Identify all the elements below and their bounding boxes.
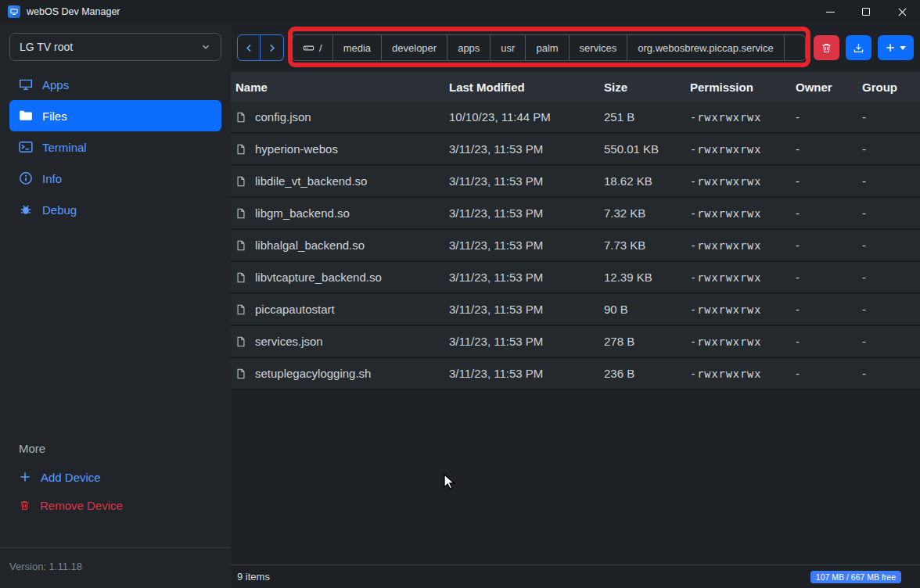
column-header-permission[interactable]: Permission — [690, 81, 796, 94]
breadcrumb-root[interactable]: / — [292, 34, 333, 61]
device-selector[interactable]: LG TV root — [9, 33, 221, 61]
breadcrumb-segment[interactable]: apps — [447, 34, 491, 61]
file-size: 18.62 KB — [604, 174, 690, 188]
file-owner: - — [796, 174, 862, 188]
file-name: services.json — [255, 335, 323, 348]
forward-button[interactable] — [261, 34, 284, 61]
apps-icon — [19, 77, 33, 91]
sidebar-item-debug[interactable]: Debug — [9, 194, 221, 225]
table-row[interactable]: services.json 3/11/23, 11:53 PM 278 B -r… — [231, 326, 920, 358]
window-title: webOS Dev Manager — [27, 6, 120, 17]
file-size: 278 B — [604, 335, 690, 348]
file-owner: - — [796, 367, 862, 380]
maximize-button[interactable] — [848, 0, 884, 23]
new-item-dropdown-button[interactable] — [878, 35, 914, 60]
add-device-button[interactable]: Add Device — [9, 463, 221, 491]
file-owner: - — [796, 335, 862, 348]
file-toolbar: / media developer apps usr palm services… — [231, 23, 920, 72]
breadcrumb-segment[interactable]: usr — [491, 34, 526, 61]
history-nav — [237, 34, 284, 61]
items-count: 9 items — [237, 571, 270, 583]
download-icon — [853, 42, 864, 54]
file-icon — [235, 271, 246, 284]
path-input[interactable] — [785, 34, 806, 61]
file-list: config.json 10/10/23, 11:44 PM 251 B -rw… — [231, 102, 920, 390]
breadcrumb-segment[interactable]: org.webosbrew.piccap.service — [627, 34, 784, 61]
delete-button[interactable] — [814, 35, 839, 60]
file-permission: -rwxrwxrwx — [690, 303, 796, 316]
column-header-modified[interactable]: Last Modified — [449, 81, 604, 94]
app-version: Version: 1.11.18 — [9, 561, 82, 572]
breadcrumb-segment[interactable]: services — [570, 34, 628, 61]
column-header-group[interactable]: Group — [862, 81, 920, 94]
sidebar-item-label: Apps — [42, 78, 69, 91]
table-row[interactable]: libhalgal_backend.so 3/11/23, 11:53 PM 7… — [231, 230, 920, 262]
breadcrumb-segment[interactable]: media — [333, 34, 382, 61]
main-panel: / media developer apps usr palm services… — [231, 23, 920, 588]
app-logo-icon — [8, 5, 20, 18]
close-button[interactable] — [884, 0, 920, 23]
file-modified: 3/11/23, 11:53 PM — [449, 367, 604, 380]
column-header-owner[interactable]: Owner — [796, 81, 862, 94]
file-name: libdile_vt_backend.so — [255, 174, 367, 188]
file-group: - — [862, 303, 920, 316]
add-device-label: Add Device — [41, 471, 101, 484]
table-row[interactable]: config.json 10/10/23, 11:44 PM 251 B -rw… — [231, 102, 920, 134]
sidebar: LG TV root Apps Files Terminal Info Debu… — [0, 23, 231, 588]
table-row[interactable]: hyperion-webos 3/11/23, 11:53 PM 550.01 … — [231, 134, 920, 166]
file-modified: 3/11/23, 11:53 PM — [449, 303, 604, 316]
file-size: 7.32 KB — [604, 206, 690, 220]
caret-down-icon — [900, 46, 906, 50]
sidebar-item-info[interactable]: Info — [9, 163, 221, 194]
file-group: - — [862, 206, 920, 220]
file-modified: 10/10/23, 11:44 PM — [449, 110, 604, 124]
file-owner: - — [796, 238, 862, 252]
breadcrumb-root-label: / — [319, 42, 322, 54]
folder-icon — [19, 109, 33, 123]
plus-icon — [885, 42, 896, 53]
file-icon — [235, 207, 246, 220]
info-icon — [19, 171, 33, 185]
back-button[interactable] — [237, 34, 261, 61]
sidebar-item-terminal[interactable]: Terminal — [9, 131, 221, 163]
file-owner: - — [796, 271, 862, 284]
file-group: - — [862, 271, 920, 284]
trash-icon — [821, 42, 832, 54]
file-modified: 3/11/23, 11:53 PM — [449, 271, 604, 284]
table-row[interactable]: setuplegacylogging.sh 3/11/23, 11:53 PM … — [231, 358, 920, 390]
file-actions — [814, 35, 914, 60]
file-permission: -rwxrwxrwx — [690, 335, 796, 348]
file-group: - — [862, 174, 920, 188]
maximize-icon — [862, 8, 870, 16]
sidebar-item-label: Debug — [42, 203, 77, 217]
breadcrumb-segment[interactable]: palm — [526, 34, 569, 61]
titlebar: webOS Dev Manager — [0, 0, 920, 23]
file-icon — [235, 303, 246, 316]
terminal-icon — [19, 140, 33, 154]
sidebar-item-files[interactable]: Files — [9, 100, 221, 131]
file-permission: -rwxrwxrwx — [690, 207, 796, 220]
file-name: libgm_backend.so — [255, 206, 350, 220]
remove-device-label: Remove Device — [40, 499, 123, 512]
file-owner: - — [796, 110, 862, 124]
sidebar-item-apps[interactable]: Apps — [9, 69, 221, 100]
sidebar-item-label: Info — [42, 172, 62, 185]
minimize-button[interactable] — [812, 0, 848, 23]
column-header-size[interactable]: Size — [604, 81, 690, 94]
table-row[interactable]: libvtcapture_backend.so 3/11/23, 11:53 P… — [231, 262, 920, 294]
column-header-name[interactable]: Name — [235, 81, 449, 94]
table-row[interactable]: piccapautostart 3/11/23, 11:53 PM 90 B -… — [231, 294, 920, 326]
remove-device-button[interactable]: Remove Device — [9, 491, 221, 519]
file-name: libhalgal_backend.so — [255, 238, 365, 252]
table-row[interactable]: libgm_backend.so 3/11/23, 11:53 PM 7.32 … — [231, 198, 920, 230]
file-icon — [235, 143, 246, 156]
sidebar-footer: Version: 1.11.18 — [0, 547, 231, 588]
file-icon — [235, 335, 246, 348]
file-icon — [235, 239, 246, 252]
breadcrumb-segment[interactable]: developer — [382, 34, 447, 61]
file-name: libvtcapture_backend.so — [255, 271, 382, 284]
file-size: 251 B — [604, 110, 690, 124]
free-space-badge: 107 MB / 667 MB free — [810, 571, 901, 583]
table-row[interactable]: libdile_vt_backend.so 3/11/23, 11:53 PM … — [231, 166, 920, 198]
download-button[interactable] — [846, 35, 871, 60]
